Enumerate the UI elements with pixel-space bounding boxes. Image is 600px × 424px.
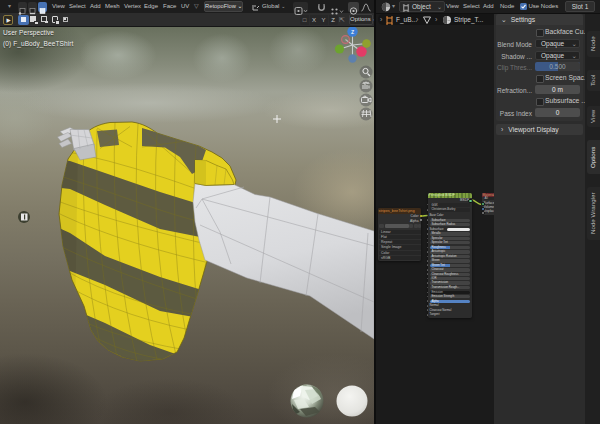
svg-text:z: z bbox=[351, 28, 354, 35]
